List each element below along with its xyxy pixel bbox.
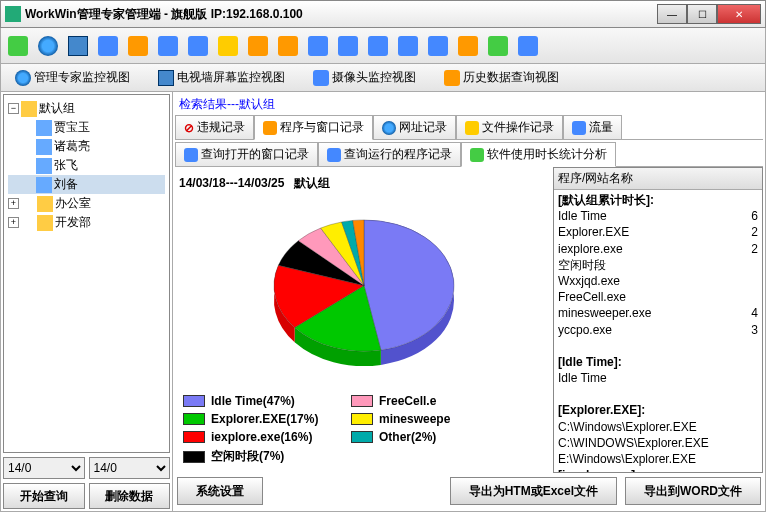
close-button[interactable]: ✕ xyxy=(717,4,761,24)
tab-flow[interactable]: 流量 xyxy=(563,115,622,140)
window-icon xyxy=(263,121,277,135)
pie-svg xyxy=(254,203,474,383)
export-htm-button[interactable]: 导出为HTM或Excel文件 xyxy=(450,477,617,505)
tree-user-1[interactable]: 贾宝玉 xyxy=(8,118,165,137)
tool-icon-globe[interactable] xyxy=(35,33,61,59)
tool-icon-4[interactable] xyxy=(95,33,121,59)
tool-icon-12[interactable] xyxy=(335,33,361,59)
subtab-running-label: 查询运行的程序记录 xyxy=(344,146,452,163)
legend-idle: Idle Time(47%) xyxy=(183,394,333,408)
bottom-buttons: 系统设置 导出为HTM或Excel文件 导出到WORD文件 xyxy=(175,473,763,509)
tool-icon-9[interactable] xyxy=(245,33,271,59)
tab-tvwall-label: 电视墙屏幕监控视图 xyxy=(177,69,285,86)
subtab-running-prog[interactable]: 查询运行的程序记录 xyxy=(318,142,461,167)
subtab-open-windows[interactable]: 查询打开的窗口记录 xyxy=(175,142,318,167)
tree-group-office[interactable]: +办公室 xyxy=(8,194,165,213)
chart-icon xyxy=(470,148,484,162)
tool-icon-15[interactable] xyxy=(425,33,451,59)
tree-group-dev-label: 开发部 xyxy=(55,214,91,231)
chart-legend: Idle Time(47%) FreeCell.e Explorer.EXE(1… xyxy=(179,390,549,469)
expert-icon xyxy=(15,70,31,86)
legend-ie-label: iexplore.exe(16%) xyxy=(211,430,312,444)
legend-ie: iexplore.exe(16%) xyxy=(183,430,333,444)
stats-body[interactable]: [默认组累计时长]:Idle Time6Explorer.EXE2iexplor… xyxy=(554,190,762,472)
pc-icon xyxy=(36,177,52,193)
maximize-button[interactable]: ☐ xyxy=(687,4,717,24)
tab-expert-view[interactable]: 管理专家监控视图 xyxy=(9,66,136,89)
tool-icon-10[interactable] xyxy=(275,33,301,59)
date-range: 14/0 14/0 xyxy=(1,455,172,481)
flow-icon xyxy=(572,121,586,135)
chart-area: 14/03/18---14/03/25 默认组 Idle Time(47%) F… xyxy=(175,167,763,473)
tab-file-label: 文件操作记录 xyxy=(482,119,554,136)
date-to[interactable]: 14/0 xyxy=(89,457,171,479)
stats-header: 程序/网站名称 xyxy=(554,168,762,190)
legend-freecell: FreeCell.e xyxy=(351,394,501,408)
tree-user-2[interactable]: 诸葛亮 xyxy=(8,137,165,156)
sub-tabs: 查询打开的窗口记录 查询运行的程序记录 软件使用时长统计分析 xyxy=(175,140,763,167)
pc-icon xyxy=(36,158,52,174)
globe-icon xyxy=(382,121,396,135)
tool-icon-1[interactable] xyxy=(5,33,31,59)
tab-tvwall-view[interactable]: 电视墙屏幕监控视图 xyxy=(152,66,291,89)
tab-history-label: 历史数据查询视图 xyxy=(463,69,559,86)
legend-other-label: Other(2%) xyxy=(379,430,436,444)
tool-icon-13[interactable] xyxy=(365,33,391,59)
subtab-usage-label: 软件使用时长统计分析 xyxy=(487,146,607,163)
tool-icon-14[interactable] xyxy=(395,33,421,59)
tool-icon-17[interactable] xyxy=(485,33,511,59)
legend-idle2-label: 空闲时段(7%) xyxy=(211,448,284,465)
tree-group-office-label: 办公室 xyxy=(55,195,91,212)
tab-camera-label: 摄像头监控视图 xyxy=(332,69,416,86)
search-icon xyxy=(184,148,198,162)
tree-root-label: 默认组 xyxy=(39,100,75,117)
delete-button[interactable]: 删除数据 xyxy=(89,483,171,509)
tab-expert-label: 管理专家监控视图 xyxy=(34,69,130,86)
chart-panel: 14/03/18---14/03/25 默认组 Idle Time(47%) F… xyxy=(175,167,553,473)
tree-user-3[interactable]: 张飞 xyxy=(8,156,165,175)
tool-icon-5[interactable] xyxy=(125,33,151,59)
tab-url-label: 网址记录 xyxy=(399,119,447,136)
expand-icon[interactable]: − xyxy=(8,103,19,114)
view-tabs: 管理专家监控视图 电视墙屏幕监控视图 摄像头监控视图 历史数据查询视图 xyxy=(0,64,766,92)
tool-icon-monitor[interactable] xyxy=(65,33,91,59)
date-from[interactable]: 14/0 xyxy=(3,457,85,479)
tree-root[interactable]: − 默认组 xyxy=(8,99,165,118)
tool-icon-11[interactable] xyxy=(305,33,331,59)
pc-icon xyxy=(36,120,52,136)
tab-history-view[interactable]: 历史数据查询视图 xyxy=(438,66,565,89)
record-tabs: 违规记录 程序与窗口记录 网址记录 文件操作记录 流量 xyxy=(175,115,763,140)
expand-icon[interactable]: + xyxy=(8,217,19,228)
tool-icon-16[interactable] xyxy=(455,33,481,59)
tab-window-label: 程序与窗口记录 xyxy=(280,119,364,136)
expand-icon[interactable]: + xyxy=(8,198,19,209)
tab-file-record[interactable]: 文件操作记录 xyxy=(456,115,563,140)
settings-button[interactable]: 系统设置 xyxy=(177,477,263,505)
device-tree[interactable]: − 默认组 贾宝玉 诸葛亮 张飞 刘备 +办公室 +开发部 xyxy=(3,94,170,453)
tool-icon-18[interactable] xyxy=(515,33,541,59)
legend-freecell-label: FreeCell.e xyxy=(379,394,436,408)
query-button[interactable]: 开始查询 xyxy=(3,483,85,509)
legend-mine-label: minesweepe xyxy=(379,412,450,426)
tab-window-record[interactable]: 程序与窗口记录 xyxy=(254,115,373,140)
tree-user-4-label: 刘备 xyxy=(54,176,78,193)
export-word-button[interactable]: 导出到WORD文件 xyxy=(625,477,761,505)
pie-chart xyxy=(179,196,549,390)
tool-icon-7[interactable] xyxy=(185,33,211,59)
group-icon xyxy=(37,196,53,212)
history-icon xyxy=(444,70,460,86)
chart-group: 默认组 xyxy=(294,176,330,190)
main-content: − 默认组 贾宝玉 诸葛亮 张飞 刘备 +办公室 +开发部 14/0 14/0 … xyxy=(0,92,766,512)
tab-violation[interactable]: 违规记录 xyxy=(175,115,254,140)
subtab-usage-stat[interactable]: 软件使用时长统计分析 xyxy=(461,142,616,167)
legend-idle2: 空闲时段(7%) xyxy=(183,448,333,465)
tree-user-3-label: 张飞 xyxy=(54,157,78,174)
tree-user-4[interactable]: 刘备 xyxy=(8,175,165,194)
tree-group-dev[interactable]: +开发部 xyxy=(8,213,165,232)
main-toolbar xyxy=(0,28,766,64)
tool-icon-6[interactable] xyxy=(155,33,181,59)
tab-camera-view[interactable]: 摄像头监控视图 xyxy=(307,66,422,89)
tool-icon-8[interactable] xyxy=(215,33,241,59)
minimize-button[interactable]: — xyxy=(657,4,687,24)
tab-url-record[interactable]: 网址记录 xyxy=(373,115,456,140)
